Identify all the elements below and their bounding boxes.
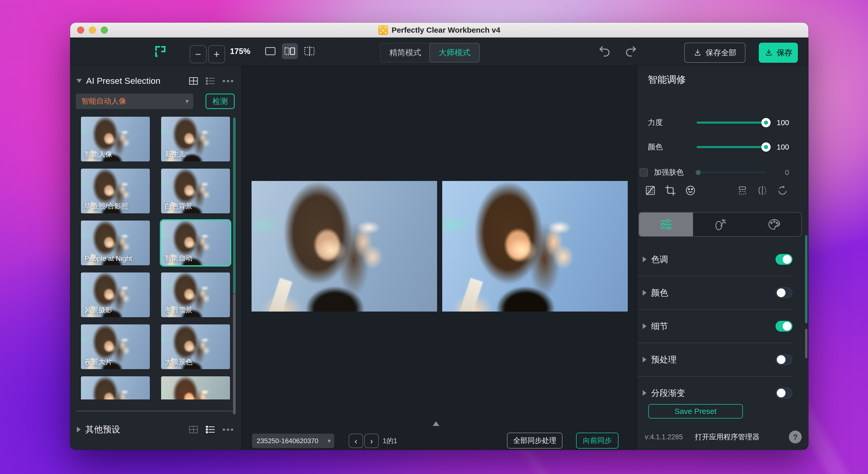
color-slider[interactable]	[696, 146, 766, 148]
section-toggle[interactable]	[775, 321, 793, 332]
flip-vertical-icon[interactable]	[737, 184, 748, 197]
zoom-in-button[interactable]: +	[208, 45, 225, 63]
preset-label: 毕业照/合影照	[85, 202, 128, 211]
preset-label: 新生儿	[165, 150, 186, 159]
mode-tab-0[interactable]: 精简模式	[380, 43, 430, 62]
skin-tone-row: 加强肤色 0	[638, 165, 808, 180]
expand-triangle-icon[interactable]	[643, 290, 647, 296]
more-options-icon[interactable]: •••	[222, 79, 235, 84]
slider-knob[interactable]	[762, 142, 771, 152]
section-label: 颜色	[651, 287, 668, 299]
zoom-out-button[interactable]: −	[190, 45, 207, 63]
preset-tile[interactable]: People at Night	[81, 220, 150, 265]
preset-tile[interactable]: 白色背景	[161, 169, 230, 213]
preset-tile[interactable]: 冬日雪景	[161, 272, 230, 317]
crop-icon[interactable]	[664, 184, 677, 197]
minimize-button[interactable]	[89, 27, 96, 34]
redo-icon[interactable]	[624, 45, 638, 58]
preset-tile[interactable]: 智能自动	[161, 220, 230, 265]
flip-horizontal-icon[interactable]	[756, 184, 768, 197]
list-view-icon[interactable]	[205, 425, 216, 434]
skin-tone-slider[interactable]	[696, 172, 766, 174]
adjustment-panel: 智能调修 力度 100 颜色 100 加强肤色	[637, 65, 808, 450]
app-manager-link[interactable]: 打开应用程序管理器	[695, 432, 760, 442]
slider-label: 颜色	[648, 142, 663, 152]
expand-triangle-icon[interactable]	[643, 357, 647, 362]
preset-label: 智能人像	[85, 150, 112, 159]
skin-tone-checkbox[interactable]	[640, 168, 648, 177]
preset-tile[interactable]: 毕业照/合影照	[81, 169, 150, 213]
undo-icon[interactable]	[597, 45, 611, 58]
split-view-icon[interactable]	[282, 43, 298, 59]
section-toggle[interactable]	[775, 354, 793, 365]
adjustment-sections: 色调颜色细节预处理分段渐变	[638, 243, 793, 410]
tab-adjust-sliders[interactable]	[639, 213, 693, 236]
expand-triangle-icon[interactable]	[643, 257, 647, 262]
save-button[interactable]: 保存	[759, 43, 798, 63]
section-label: 预处理	[651, 354, 677, 365]
sync-all-button[interactable]: 全部同步处理	[507, 433, 562, 449]
sync-forward-button[interactable]: 向前同步	[576, 433, 619, 449]
preset-tile[interactable]: 风景摄影	[81, 272, 150, 317]
list-view-icon[interactable]	[205, 76, 216, 86]
tab-palette[interactable]	[747, 213, 801, 236]
traffic-lights	[77, 27, 108, 34]
strength-slider[interactable]	[696, 122, 766, 124]
page-indicator: 1的1	[382, 434, 397, 448]
single-view-icon[interactable]	[262, 43, 278, 59]
collapse-triangle-icon[interactable]	[77, 427, 81, 432]
scrollbar-track[interactable]	[805, 329, 807, 358]
collapse-triangle-icon[interactable]	[76, 79, 82, 83]
curves-icon[interactable]	[644, 184, 656, 197]
tab-face-retouch[interactable]	[693, 213, 747, 236]
expand-triangle-icon[interactable]	[643, 390, 647, 396]
scrollbar-thumb[interactable]	[805, 235, 807, 323]
slider-knob[interactable]	[762, 118, 771, 127]
expand-triangle-icon[interactable]	[643, 323, 647, 329]
preset-tile[interactable]	[81, 376, 150, 399]
preset-tile[interactable]: 智能人像	[81, 117, 150, 161]
face-smile-icon[interactable]	[684, 184, 696, 197]
more-options-icon[interactable]: •••	[222, 427, 235, 432]
next-image-button[interactable]: ›	[364, 434, 379, 448]
mode-tab-1[interactable]: 大师模式	[429, 43, 480, 62]
sidebar-title: AI Preset Selection	[86, 76, 160, 86]
preset-tile[interactable]: 新生儿	[161, 117, 230, 161]
toolbar: − + 175% 精简模式大师模式	[70, 37, 808, 65]
scrollbar-track[interactable]	[233, 294, 236, 414]
filmstrip-expand-icon[interactable]	[433, 421, 439, 426]
mode-tabs: 精简模式大师模式	[380, 43, 480, 62]
slider-label: 力度	[648, 117, 663, 128]
preset-tile[interactable]	[161, 376, 230, 399]
grid-view-icon[interactable]	[188, 76, 198, 86]
after-image	[442, 181, 628, 312]
preset-category-dropdown[interactable]: 智能自动人像 ▾	[76, 94, 193, 109]
filename-dropdown[interactable]: 235250-1640620370 ▾	[252, 434, 334, 448]
download-icon	[693, 48, 702, 57]
skin-tone-label: 加强肤色	[654, 167, 684, 178]
divided-view-icon[interactable]	[302, 43, 317, 59]
zoom-button[interactable]	[101, 27, 108, 34]
chevron-down-icon: ▾	[186, 98, 189, 105]
section-toggle[interactable]	[775, 254, 793, 265]
help-button[interactable]: ?	[789, 431, 802, 443]
scrollbar-thumb[interactable]	[233, 117, 236, 294]
preset-tile[interactable]: 大漠景色	[161, 324, 230, 369]
preset-tile[interactable]: 夜景大片	[81, 324, 150, 369]
section-label: 细节	[651, 321, 668, 332]
section-toggle[interactable]	[775, 287, 793, 298]
slider-knob[interactable]	[695, 170, 701, 175]
grid-view-icon[interactable]	[188, 425, 198, 434]
save-preset-button[interactable]: Save Preset	[648, 404, 743, 418]
previous-image-button[interactable]: ‹	[349, 434, 363, 448]
rotate-icon[interactable]	[777, 184, 788, 197]
window-title: Perfectly Clear Workbench v4	[392, 26, 500, 34]
section-row: 细节	[638, 309, 793, 343]
section-toggle[interactable]	[775, 388, 793, 398]
view-mode-switcher	[262, 43, 317, 59]
detect-button[interactable]: 检测	[206, 94, 235, 109]
preset-label: 白色背景	[165, 202, 192, 211]
preset-sidebar: AI Preset Selection ••• 智能自动人像	[70, 65, 242, 450]
save-all-button[interactable]: 保存全部	[684, 43, 745, 63]
close-button[interactable]	[77, 27, 84, 34]
